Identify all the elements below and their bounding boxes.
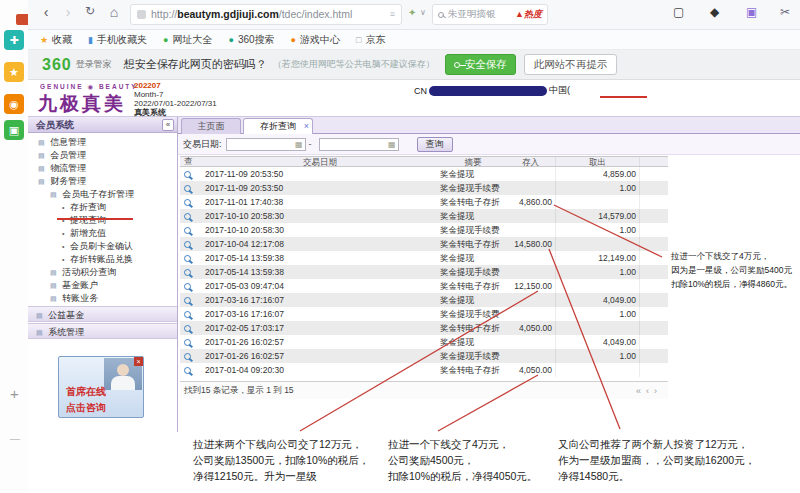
flash-icon[interactable]: ✦ [408, 7, 416, 18]
calendar-icon[interactable]: ▦ [388, 140, 396, 149]
close-icon[interactable]: × [134, 357, 143, 366]
sidebar-item-系统管理[interactable]: ▤ 系统管理 [28, 323, 177, 339]
table-row[interactable]: 2017-11-09 20:53:50 奖金提现 4,859.00 [180, 167, 668, 181]
table-row[interactable]: 2017-05-14 13:59:38 奖金提现 12,149.00 [180, 251, 668, 265]
table-row[interactable]: 2017-11-09 20:53:50 奖金提现手续费 1.00 [180, 181, 668, 195]
magnifier-icon[interactable] [184, 339, 191, 346]
query-button[interactable]: 查询 [417, 137, 453, 152]
calendar-icon[interactable]: ▦ [295, 140, 303, 149]
pagination: «‹› [636, 386, 662, 396]
save-password-button[interactable]: 安全保存 [445, 54, 516, 75]
table-row[interactable]: 2017-01-26 16:02:57 奖金提现手续费 1.00 [180, 349, 668, 363]
annotation-bottom-middle: 拉进一个下线交了4万元，公司奖励4500元，扣除10%的税后，净得4050元。 [388, 436, 558, 484]
view-cell [180, 349, 200, 363]
dismiss-button[interactable]: 此网站不再提示 [524, 54, 618, 75]
table-row[interactable]: 2017-03-16 17:16:07 奖金提现 4,049.00 [180, 293, 668, 307]
extensions-icon[interactable]: ▣ [746, 5, 757, 19]
chevron-down-icon[interactable]: ∨ [420, 8, 426, 17]
date-from-input[interactable]: ▦ [226, 138, 306, 151]
magnifier-icon[interactable] [184, 171, 191, 178]
bookmark-item[interactable]: ▮ 手机收藏夹 [88, 33, 147, 47]
tab-main-page[interactable]: 主页面 [181, 118, 241, 134]
bookmark-item[interactable]: ● 网址大全 [163, 33, 212, 47]
sidebar-item-新增充值[interactable]: • 新增充值 [28, 227, 177, 240]
tree-node-icon: ▤ [36, 329, 43, 336]
magnifier-icon[interactable] [184, 283, 191, 290]
address-bar[interactable]: http://beautym.gdjiuji.com/tdec/index.ht… [130, 4, 402, 25]
health-app-icon[interactable]: ✚ [4, 30, 24, 50]
tree-node-icon: • [62, 243, 64, 250]
service-consult-link[interactable]: 点击咨询 [66, 401, 106, 415]
magnifier-icon[interactable] [184, 241, 191, 248]
table-row[interactable]: 2017-02-05 17:03:17 奖金转电子存折 4,050.00 [180, 321, 668, 335]
green-app-icon[interactable]: ▣ [4, 120, 24, 140]
magnifier-icon[interactable] [184, 353, 191, 360]
sidebar-item-会员刷卡金确认[interactable]: • 会员刷卡金确认 [28, 240, 177, 253]
bookmark-item[interactable]: ★ 收藏 [40, 33, 72, 47]
favorites-star-icon[interactable]: ★ [4, 62, 24, 82]
sidebar-item-信息管理[interactable]: ▤ 信息管理 [28, 136, 177, 149]
table-row[interactable]: 2017-05-14 13:59:38 奖金提现手续费 1.00 [180, 265, 668, 279]
magnifier-icon[interactable] [184, 213, 191, 220]
bookmark-item[interactable]: ● 360搜索 [228, 33, 274, 47]
sidebar-item-公益基金[interactable]: ▤ 公益基金 [28, 306, 177, 322]
plus-icon[interactable]: + [10, 385, 19, 402]
collapse-icon[interactable]: « [162, 119, 174, 131]
table-row[interactable]: 2017-01-26 16:02:57 奖金提现 4,049.00 [180, 335, 668, 349]
magnifier-icon[interactable] [184, 311, 191, 318]
sidebar-item-存折转账品兑换[interactable]: • 存折转账品兑换 [28, 253, 177, 266]
back-icon[interactable]: ‹ [36, 4, 56, 20]
table-row[interactable]: 2017-03-16 17:16:07 奖金提现手续费 1.00 [180, 307, 668, 321]
sidebar-item-会员电子存折管理[interactable]: ▤ 会员电子存折管理 [28, 188, 177, 201]
forward-icon[interactable]: › [58, 4, 78, 20]
table-row[interactable]: 2017-11-01 17:40:38 奖金转电子存折 4,860.00 [180, 195, 668, 209]
screenshot-icon[interactable]: ▢ [673, 5, 684, 19]
shield-icon[interactable]: ◆ [710, 5, 719, 19]
bookmark-item[interactable]: □ 京东 [356, 33, 385, 47]
table-row[interactable]: 2017-10-10 20:58:30 奖金提现 14,579.00 [180, 209, 668, 223]
home-icon[interactable]: ⌂ [104, 4, 124, 20]
annotation-line: 作为一星级加盟商，，公司奖励16200元， [558, 452, 768, 468]
page-next-icon[interactable]: › [654, 386, 662, 396]
magnifier-icon[interactable] [184, 297, 191, 304]
sidebar-item-存折查询[interactable]: • 存折查询 [28, 201, 177, 214]
customer-service-widget[interactable]: × 首席在线 点击咨询 [58, 356, 144, 418]
sidebar-item-转账业务[interactable]: ▤ 转账业务 [28, 292, 177, 305]
withdraw-cell: 14,579.00 [556, 209, 640, 223]
sidebar-item-会员管理[interactable]: ▤ 会员管理 [28, 149, 177, 162]
table-row[interactable]: 2017-01-04 09:20:30 奖金转电子存折 4,050.00 [180, 363, 668, 377]
bookmark-icon: ★ [40, 35, 48, 45]
tab-passbook-query[interactable]: 存折查询 × [243, 118, 313, 134]
page-prev-icon[interactable]: ‹ [646, 386, 654, 396]
browser-app-icon[interactable]: ◉ [4, 94, 24, 114]
magnifier-icon[interactable] [184, 199, 191, 206]
minus-icon[interactable]: — [10, 433, 20, 444]
service-online-link[interactable]: 首席在线 [66, 385, 106, 399]
sidebar-item-财务管理[interactable]: ▤ 财务管理 [28, 175, 177, 188]
magnifier-icon[interactable] [184, 255, 191, 262]
magnifier-icon[interactable] [184, 367, 191, 374]
refresh-icon[interactable]: ↻ [80, 4, 100, 18]
reader-menu-icon[interactable]: ≡ [390, 5, 395, 24]
magnifier-icon[interactable] [184, 269, 191, 276]
bookmark-label: 360搜索 [238, 33, 275, 47]
tree-node-icon: ▤ [38, 139, 45, 146]
scissors-icon[interactable]: ✂ [780, 5, 790, 19]
table-row[interactable]: 2017-10-10 20:58:30 奖金提现手续费 1.00 [180, 223, 668, 237]
sidebar-item-提现查询[interactable]: • 提现查询 [28, 214, 177, 227]
table-row[interactable]: 2017-10-04 12:17:08 奖金转电子存折 14,580.00 [180, 237, 668, 251]
search-box[interactable]: 朱亚明摘银 ▲热度 [432, 4, 548, 25]
date-to-input[interactable]: ▦ [319, 138, 399, 151]
page-first-icon[interactable]: « [636, 386, 646, 396]
tab-close-icon[interactable]: × [304, 119, 309, 134]
view-cell [180, 335, 200, 349]
magnifier-icon[interactable] [184, 325, 191, 332]
magnifier-icon[interactable] [184, 185, 191, 192]
sidebar-item-基金账户[interactable]: ▤ 基金账户 [28, 279, 177, 292]
bookmark-item[interactable]: ● 游戏中心 [291, 33, 340, 47]
sidebar-item-物流管理[interactable]: ▤ 物流管理 [28, 162, 177, 175]
hot-label[interactable]: ▲热度 [515, 8, 542, 21]
table-row[interactable]: 2017-05-03 09:47:04 奖金转电子存折 12,150.00 [180, 279, 668, 293]
sidebar-item-活动积分查询[interactable]: ▤ 活动积分查询 [28, 266, 177, 279]
magnifier-icon[interactable] [184, 227, 191, 234]
